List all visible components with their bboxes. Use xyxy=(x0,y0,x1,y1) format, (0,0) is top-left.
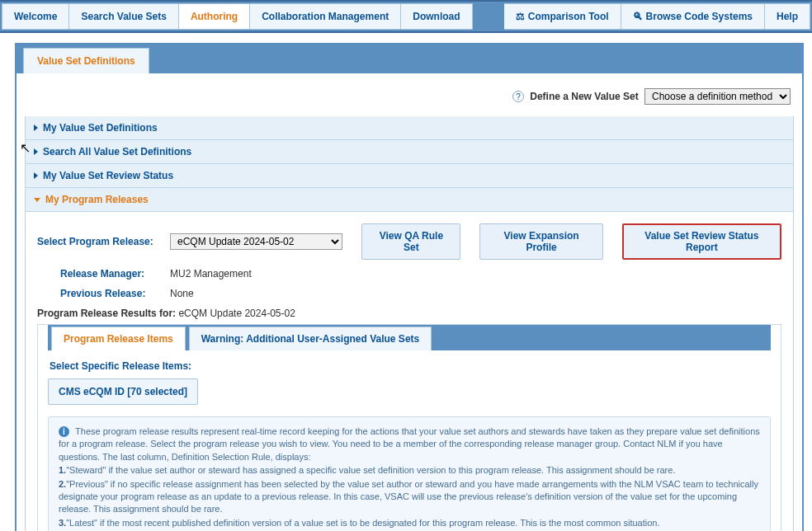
release-manager-row: Release Manager: MU2 Management xyxy=(37,268,781,280)
release-manager-label: Release Manager: xyxy=(60,268,165,280)
tab-authoring[interactable]: Authoring xyxy=(179,3,250,30)
help-icon[interactable]: ? xyxy=(512,91,524,102)
info-icon: i xyxy=(59,426,69,437)
inner-tab-strip: Program Release Items Warning: Additiona… xyxy=(48,325,771,350)
main-panel: Value Set Definitions ? Define a New Val… xyxy=(15,43,804,531)
acc-label: My Program Releases xyxy=(45,194,149,205)
tab-value-set-definitions[interactable]: Value Set Definitions xyxy=(23,48,149,73)
acc-label: My Value Set Definitions xyxy=(43,122,158,134)
scale-icon: ⚖ xyxy=(516,11,525,22)
release-results-panel: Program Release Items Warning: Additiona… xyxy=(37,324,781,531)
info-rule-2: 2."Previous" if no specific release assi… xyxy=(59,478,760,516)
tab-program-release-items[interactable]: Program Release Items xyxy=(51,327,186,350)
acc-label: My Value Set Review Status xyxy=(43,170,173,181)
chevron-right-icon xyxy=(34,148,38,155)
tab-search-value-sets[interactable]: Search Value Sets xyxy=(69,3,178,30)
btn-comparison-tool[interactable]: ⚖ Comparison Tool xyxy=(504,3,621,30)
acc-search-all: Search All Value Set Definitions xyxy=(25,140,794,164)
value-set-review-status-report-button[interactable]: Value Set Review Status Report xyxy=(622,223,781,260)
acc-header-search-all[interactable]: Search All Value Set Definitions xyxy=(26,140,793,163)
acc-review-status: My Value Set Review Status xyxy=(25,164,794,188)
acc-program-releases: My Program Releases Select Program Relea… xyxy=(25,188,794,531)
acc-header-review-status[interactable]: My Value Set Review Status xyxy=(26,164,793,187)
results-for-label: Program Release Results for: eCQM Update… xyxy=(37,308,781,319)
results-value: eCQM Update 2024-05-02 xyxy=(178,308,295,319)
define-new-row: ? Define a New Value Set Choose a defini… xyxy=(25,83,794,116)
browse-cs-label: Browse Code Systems xyxy=(646,11,753,22)
tab-download[interactable]: Download xyxy=(401,3,472,30)
select-specific-label: Select Specific Release Items: xyxy=(50,360,771,372)
select-release-label: Select Program Release: xyxy=(37,236,165,247)
define-method-select[interactable]: Choose a definition method xyxy=(644,88,791,105)
tab-help[interactable]: Help xyxy=(765,3,810,30)
panel-tab-strip: Value Set Definitions xyxy=(17,45,802,73)
top-nav: Welcome Search Value Sets Authoring Coll… xyxy=(0,0,812,33)
acc-label: Search All Value Set Definitions xyxy=(43,146,191,157)
tab-collaboration[interactable]: Collaboration Management xyxy=(250,3,401,30)
acc-header-my-defs[interactable]: My Value Set Definitions xyxy=(26,116,793,139)
nav-spacer xyxy=(473,2,504,31)
view-qa-rule-set-button[interactable]: View QA Rule Set xyxy=(361,223,460,260)
tab-warning-user-assigned[interactable]: Warning: Additional User-Assigned Value … xyxy=(189,327,432,350)
tab-welcome[interactable]: Welcome xyxy=(2,3,69,30)
previous-release-row: Previous Release: None xyxy=(37,288,781,299)
program-releases-body: Select Program Release: eCQM Update 2024… xyxy=(26,211,793,531)
info-rule-1: 1."Steward" if the value set author or s… xyxy=(59,464,760,477)
previous-release-value: None xyxy=(170,288,194,299)
previous-release-label: Previous Release: xyxy=(60,288,165,299)
define-new-label: Define a New Value Set xyxy=(530,91,638,102)
results-label-text: Program Release Results for: xyxy=(37,308,176,319)
program-release-select[interactable]: eCQM Update 2024-05-02 xyxy=(170,233,342,250)
search-icon: 🔍︎ xyxy=(633,11,643,22)
chevron-right-icon xyxy=(34,172,38,179)
comparison-label: Comparison Tool xyxy=(528,11,609,22)
cms-ecqm-id-button[interactable]: CMS eCQM ID [70 selected] xyxy=(48,378,198,405)
chevron-right-icon xyxy=(34,125,38,131)
view-expansion-profile-button[interactable]: View Expansion Profile xyxy=(479,223,603,260)
select-release-row: Select Program Release: eCQM Update 2024… xyxy=(37,223,781,260)
btn-browse-code-systems[interactable]: 🔍︎ Browse Code Systems xyxy=(621,3,765,30)
info-box: i These program release results represen… xyxy=(48,416,771,531)
release-manager-value: MU2 Management xyxy=(170,268,252,280)
acc-header-program-releases[interactable]: My Program Releases xyxy=(26,188,793,211)
info-rule-3: 3."Latest" if the most recent published … xyxy=(59,517,760,529)
chevron-down-icon xyxy=(34,198,40,202)
acc-my-value-set-definitions: My Value Set Definitions xyxy=(25,116,794,140)
info-intro: These program release results represent … xyxy=(59,426,760,462)
